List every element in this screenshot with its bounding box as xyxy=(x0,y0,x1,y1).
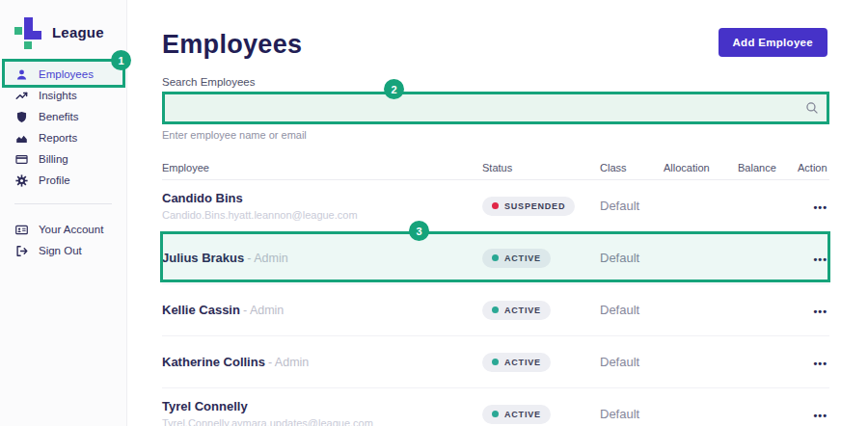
table-row[interactable]: Katherine Collins- AdminACTIVEDefault••• xyxy=(162,336,829,388)
employee-cell: Tyrel ConnellyTyrel.Connelly.aymara.upda… xyxy=(162,400,482,426)
brand-logo: League xyxy=(0,0,126,49)
column-header-action: Action xyxy=(798,162,829,173)
chart-icon xyxy=(15,132,28,145)
action-cell: ••• xyxy=(798,198,829,215)
sidebar-item-sign-out[interactable]: Sign Out xyxy=(0,240,126,261)
sidebar-item-label: Benefits xyxy=(39,111,79,122)
employee-cell: Julius Brakus- Admin xyxy=(162,252,482,265)
sidebar-item-your-account[interactable]: Your Account xyxy=(0,219,126,240)
status-label: ACTIVE xyxy=(504,253,541,263)
gear-icon xyxy=(15,174,28,187)
employee-name: Candido Bins xyxy=(162,192,482,205)
employee-role: - Admin xyxy=(247,252,287,265)
employee-email: Tyrel.Connelly.aymara.updates@league.com xyxy=(162,417,482,426)
search-label: Search Employees xyxy=(162,76,829,88)
status-dot-icon xyxy=(492,306,499,313)
status-dot-icon xyxy=(492,411,499,417)
status-label: ACTIVE xyxy=(504,410,541,419)
status-cell: SUSPENDED xyxy=(482,196,600,216)
sidebar-item-profile[interactable]: Profile xyxy=(0,170,126,191)
employee-role: - Admin xyxy=(243,304,284,317)
employee-name: Kellie Cassin- Admin xyxy=(162,304,482,317)
row-actions-button[interactable]: ••• xyxy=(813,254,827,265)
sidebar: League EmployeesInsightsBenefitsReportsB… xyxy=(0,0,127,426)
status-badge: ACTIVE xyxy=(482,301,551,320)
table-row[interactable]: Candido BinsCandido.Bins.hyatt.leannon@l… xyxy=(162,180,829,232)
employees-table: EmployeeStatusClassAllocationBalanceActi… xyxy=(162,154,829,426)
sidebar-item-label: Reports xyxy=(39,132,77,144)
employee-name: Julius Brakus- Admin xyxy=(162,252,482,265)
status-badge: ACTIVE xyxy=(482,405,551,424)
search-input[interactable] xyxy=(162,92,829,124)
id-card-icon xyxy=(15,224,28,236)
sidebar-item-label: Employees xyxy=(39,68,94,80)
search-field-wrap xyxy=(162,92,829,124)
status-dot-icon xyxy=(492,202,499,209)
trend-icon xyxy=(15,90,28,102)
table-row[interactable]: Kellie Cassin- AdminACTIVEDefault••• xyxy=(162,284,829,336)
row-actions-button[interactable]: ••• xyxy=(813,202,827,213)
sidebar-item-employees[interactable]: Employees xyxy=(0,64,126,85)
action-cell: ••• xyxy=(798,250,829,267)
employee-name: Katherine Collins- Admin xyxy=(162,356,482,369)
column-header-allocation: Allocation xyxy=(664,162,738,173)
table-header-row: EmployeeStatusClassAllocationBalanceActi… xyxy=(162,154,829,180)
table-body: Candido BinsCandido.Bins.hyatt.leannon@l… xyxy=(162,180,829,426)
status-label: ACTIVE xyxy=(504,358,541,367)
class-cell: Default xyxy=(600,251,664,265)
status-cell: ACTIVE xyxy=(482,352,600,372)
row-actions-button[interactable]: ••• xyxy=(813,306,827,317)
sidebar-item-label: Insights xyxy=(39,90,77,101)
shield-icon xyxy=(15,111,28,123)
column-header-balance: Balance xyxy=(738,162,798,173)
employee-cell: Kellie Cassin- Admin xyxy=(162,304,482,317)
sidebar-item-reports[interactable]: Reports xyxy=(0,127,126,148)
status-badge: ACTIVE xyxy=(482,249,551,268)
status-dot-icon xyxy=(492,254,499,261)
status-dot-icon xyxy=(492,359,499,365)
add-employee-button[interactable]: Add Employee xyxy=(719,28,827,57)
sidebar-divider xyxy=(14,203,112,204)
brand-name: League xyxy=(52,24,104,40)
employee-role: - Admin xyxy=(268,356,309,369)
main-content: Employees Add Employee Search Employees … xyxy=(127,0,868,426)
column-header-status: Status xyxy=(482,162,600,173)
action-cell: ••• xyxy=(798,302,829,319)
sign-out-icon xyxy=(15,245,28,257)
employee-name: Tyrel Connelly xyxy=(162,400,482,413)
employee-email: Candido.Bins.hyatt.leannon@league.com xyxy=(162,209,482,221)
status-label: ACTIVE xyxy=(504,306,541,315)
sidebar-item-billing[interactable]: Billing xyxy=(0,148,126,170)
person-icon xyxy=(15,68,28,81)
sidebar-item-benefits[interactable]: Benefits xyxy=(0,106,126,127)
employee-cell: Katherine Collins- Admin xyxy=(162,356,482,369)
league-logo-icon xyxy=(14,14,43,49)
column-header-employee: Employee xyxy=(162,162,482,173)
action-cell: ••• xyxy=(798,406,829,423)
status-label: SUSPENDED xyxy=(504,201,565,211)
sidebar-footer-nav: Your AccountSign Out xyxy=(0,219,126,261)
sidebar-nav: EmployeesInsightsBenefitsReportsBillingP… xyxy=(0,64,126,191)
sidebar-item-label: Billing xyxy=(39,153,68,165)
class-cell: Default xyxy=(600,407,664,421)
class-cell: Default xyxy=(600,303,664,317)
row-actions-button[interactable]: ••• xyxy=(813,359,827,369)
row-actions-button[interactable]: ••• xyxy=(813,411,827,421)
status-cell: ACTIVE xyxy=(482,404,600,424)
table-row[interactable]: Julius Brakus- AdminACTIVEDefault••• xyxy=(162,232,829,284)
class-cell: Default xyxy=(600,355,664,369)
status-cell: ACTIVE xyxy=(482,300,600,320)
action-cell: ••• xyxy=(798,354,829,371)
app-window: League EmployeesInsightsBenefitsReportsB… xyxy=(0,0,868,426)
employee-cell: Candido BinsCandido.Bins.hyatt.leannon@l… xyxy=(162,192,482,221)
sidebar-item-label: Profile xyxy=(39,174,70,186)
status-cell: ACTIVE xyxy=(482,248,600,268)
sidebar-item-label: Sign Out xyxy=(39,245,82,256)
search-helper-text: Enter employee name or email xyxy=(162,129,829,141)
status-badge: SUSPENDED xyxy=(482,197,575,216)
sidebar-item-insights[interactable]: Insights xyxy=(0,85,126,106)
sidebar-item-label: Your Account xyxy=(39,224,103,235)
status-badge: ACTIVE xyxy=(482,353,551,372)
column-header-class: Class xyxy=(600,162,664,173)
table-row[interactable]: Tyrel ConnellyTyrel.Connelly.aymara.upda… xyxy=(162,388,829,426)
